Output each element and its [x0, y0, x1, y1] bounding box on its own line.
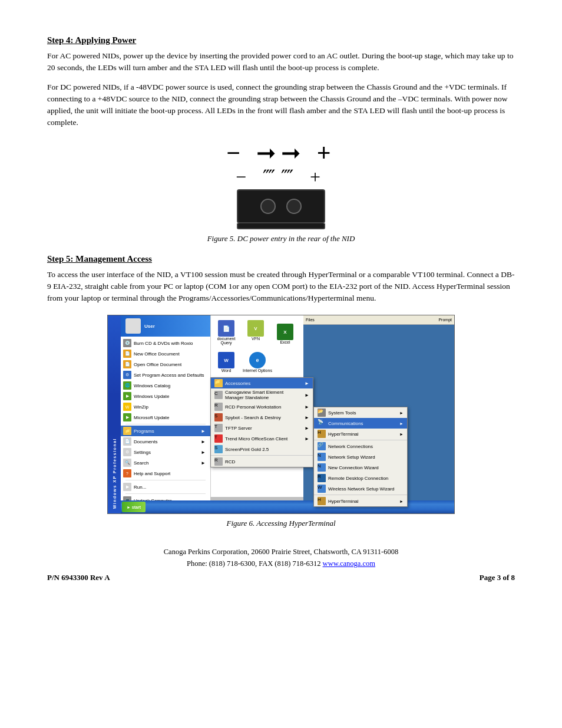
dc-power-figure: − ➞➞ + − ⁗⁗ + [227, 141, 336, 229]
winzip-icon: W [123, 403, 131, 411]
sm-item-winupdate-label: Windows Update [134, 394, 169, 399]
hyperterminal-top-arrow: ► [399, 432, 404, 436]
figure6-container: Windows XP Professional User 💿 Burn CD &… [47, 315, 515, 528]
step4-heading: Step 4: Applying Power [47, 35, 515, 45]
sm-item-help[interactable]: ? Help and Support [121, 468, 210, 479]
spybot-icon: S [214, 413, 223, 421]
open-office-icon: 📄 [123, 360, 131, 368]
wireless-icon: W [318, 485, 326, 493]
trend-icon: T [214, 434, 223, 443]
footer-company: Canoga Perkins Corporation, 20600 Prairi… [47, 546, 515, 558]
prog-accessories[interactable]: 📁 Accessories ► [211, 378, 313, 388]
screenprint-icon: S [214, 445, 223, 453]
hyperterminal-top-icon: H [318, 430, 326, 438]
dc-symbol: − ➞➞ + [227, 141, 336, 164]
sm-avatar [125, 318, 141, 334]
sm-item-run-label: Run... [134, 485, 146, 490]
sm-username: User [144, 324, 155, 329]
comm-hyperterminal-top[interactable]: H HyperTerminal ► [314, 429, 407, 439]
sm-item-winzip[interactable]: W WinZip [121, 401, 210, 412]
sm-item-programs[interactable]: 📁 Programs ► [121, 426, 210, 436]
sm-item-openoffice[interactable]: 📄 Open Office Document [121, 359, 210, 370]
hyperterminal-bottom-arrow: ► [399, 499, 404, 503]
spybot-label: Spybot - Search & Destroy [225, 415, 281, 420]
sm-item-search[interactable]: 🔍 Search ► [121, 457, 210, 468]
figure6-caption: Figure 6. Accessing HyperTerminal [226, 519, 335, 528]
sm-item-newoffice-label: New Office Document [134, 351, 180, 357]
comm-systemtools[interactable]: 📂 System Tools ► [314, 407, 407, 418]
start-menu-left: User 💿 Burn CD & DVDs with Roxio 📄 New O… [121, 315, 210, 513]
rcd-label: RCD Personal Workstation [225, 404, 281, 410]
footer-website[interactable]: www.canoga.com [323, 559, 375, 568]
figure5-container: − ➞➞ + − ⁗⁗ + Figure 5. DC power entry i… [47, 141, 515, 243]
setprogram-icon: ⚙ [123, 371, 131, 379]
footer-bottom: P/N 6943300 Rev A Page 3 of 8 [47, 572, 515, 584]
sm-header: User [121, 315, 210, 337]
sm-separator2 [125, 480, 206, 480]
sm-item-winzip-label: WinZip [134, 404, 148, 410]
help-icon: ? [123, 469, 131, 477]
start-button[interactable]: ► start [122, 502, 146, 512]
vfn-label: VFN [252, 337, 260, 341]
sm-item-settings-label: Settings [134, 450, 151, 455]
sm-item-winupdate[interactable]: ▶ Windows Update [121, 391, 210, 401]
comm-wireless[interactable]: W Wireless Network Setup Wizard [314, 483, 407, 494]
sm-item-documents[interactable]: 📄 Documents ► [121, 436, 210, 447]
comm-newconn[interactable]: N New Connection Wizard [314, 462, 407, 473]
prog-tftp[interactable]: T TFTP Server ► [211, 423, 313, 433]
winupdate-icon: ▶ [123, 392, 131, 400]
sm-right-document: 📄 documentQuery [213, 320, 239, 345]
footer-partnum: P/N 6943300 Rev A [47, 572, 110, 584]
document-label: documentQuery [217, 337, 236, 345]
remote-label: Remote Desktop Connection [328, 476, 388, 481]
sm-item-wincatalog[interactable]: 🌐 Windows Catalog [121, 380, 210, 391]
comm-sep [314, 440, 407, 440]
prog-rcd[interactable]: R RCD Personal Workstation ► [211, 401, 313, 412]
figure5-caption: Figure 5. DC power entry in the rear of … [207, 234, 355, 243]
sm-item-burn[interactable]: 💿 Burn CD & DVDs with Roxio [121, 338, 210, 348]
footer-phone: Phone: (818) 718-6300, FAX (818) 718-631… [47, 558, 515, 569]
sm-item-settings[interactable]: ⚙ Settings ► [121, 447, 210, 457]
prog-spybot[interactable]: S Spybot - Search & Destroy ► [211, 412, 313, 423]
sm-item-run[interactable]: ▶ Run... [121, 482, 210, 492]
programs-submenu: 📁 Accessories ► C Canogaview Smart Eleme… [210, 377, 313, 467]
document-icon: 📄 [218, 320, 234, 337]
step5-para1: To access the user interface of the NID,… [47, 269, 515, 305]
accessories-label: Accessories [225, 381, 250, 386]
comm-netconn[interactable]: 🔗 Network Connections [314, 441, 407, 452]
rcd2-label: RCD [225, 459, 235, 465]
sm-item-search-label: Search [134, 460, 148, 466]
settings-icon: ⚙ [123, 448, 131, 456]
netsetup-icon: N [318, 453, 326, 461]
comm-remote[interactable]: R Remote Desktop Connection [314, 473, 407, 483]
sm-item-documents-label: Documents [134, 439, 157, 444]
netsetup-label: Network Setup Wizard [328, 454, 375, 460]
sm-item-setprogram[interactable]: ⚙ Set Program Access and Defaults [121, 370, 210, 380]
dc-lightning: − ⁗⁗ + [236, 166, 326, 188]
comm-hyperterminal-bottom[interactable]: H HyperTerminal ► [314, 496, 407, 506]
run-icon: ▶ [123, 483, 131, 491]
accessories-icon: 📁 [214, 379, 223, 387]
tftp-label: TFTP Server [225, 426, 252, 431]
top-info-bar: Files Prompt [303, 315, 454, 325]
prog-rcd2[interactable]: R RCD [211, 456, 313, 467]
systemtools-icon: 📂 [318, 409, 326, 417]
sm-separator3 [125, 493, 206, 494]
nid-led-right [286, 199, 302, 214]
prog-canoga[interactable]: C Canogaview Smart Element Manager Stand… [211, 388, 313, 401]
comm-netsetup[interactable]: N Network Setup Wizard [314, 452, 407, 462]
sm-right-word: W Word [213, 352, 239, 373]
prog-trend[interactable]: T Trend Micro OfficeScan Client ► [211, 433, 313, 444]
communications-icon: 📡 [318, 419, 326, 427]
vfn-icon: V [247, 320, 264, 337]
sm-item-newoffice[interactable]: 📄 New Office Document [121, 348, 210, 359]
documents-icon: 📄 [123, 437, 131, 446]
remote-icon: R [318, 474, 326, 482]
sm-right-excel: X Excel [272, 324, 298, 345]
excel-icon: X [277, 324, 293, 340]
comm-communications[interactable]: 📡 Communications ► [314, 418, 407, 429]
word-icon: W [218, 352, 234, 368]
sm-item-msupdate[interactable]: ▶ Microsoft Update [121, 412, 210, 423]
prog-screenprint[interactable]: S ScreenPrint Gold 2.5 [211, 444, 313, 454]
documents-arrow: ► [201, 439, 206, 444]
